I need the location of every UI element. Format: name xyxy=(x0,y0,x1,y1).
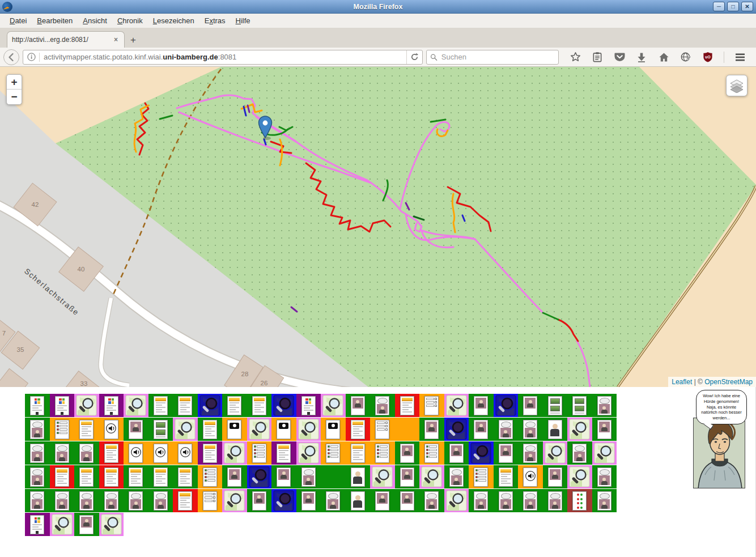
bookmark-star-icon[interactable] xyxy=(569,51,581,63)
activity-thumbnail-doc[interactable] xyxy=(148,465,173,488)
activity-thumbnail-bubble[interactable] xyxy=(543,489,568,512)
menu-bearbeiten[interactable]: Bearbeiten xyxy=(32,14,78,27)
activity-thumbnail-person[interactable] xyxy=(395,441,420,465)
site-info-icon[interactable] xyxy=(23,53,39,61)
activity-thumbnail-doc[interactable] xyxy=(99,465,124,488)
activity-thumbnail-doc[interactable] xyxy=(395,394,420,417)
menu-extras[interactable]: Extras xyxy=(199,14,231,27)
activity-thumbnail-speaker[interactable] xyxy=(124,441,148,465)
activity-thumbnail-portrait[interactable] xyxy=(543,418,568,441)
activity-thumbnail-form[interactable] xyxy=(419,394,444,417)
search-input[interactable] xyxy=(440,52,555,62)
activity-thumbnail-bubble[interactable] xyxy=(494,489,519,512)
activity-thumbnail-doc[interactable] xyxy=(148,394,173,417)
activity-thumbnail-bubble[interactable] xyxy=(592,394,617,417)
activity-thumbnail-bubble[interactable] xyxy=(25,418,50,441)
ublock-shield-icon[interactable]: uO xyxy=(702,51,714,63)
activity-thumbnail-bubble[interactable] xyxy=(50,441,75,465)
activity-thumbnail-map[interactable] xyxy=(321,394,346,417)
activity-thumbnail-person[interactable] xyxy=(543,465,568,488)
activity-thumbnail-map[interactable] xyxy=(247,418,272,441)
activity-thumbnail-bubble[interactable] xyxy=(124,489,148,512)
menu-hamburger-icon[interactable] xyxy=(734,51,746,63)
bookmarks-clipboard-icon[interactable] xyxy=(591,51,604,63)
activity-thumbnail-person[interactable] xyxy=(74,513,99,536)
new-tab-button[interactable]: + xyxy=(125,33,142,48)
back-button[interactable] xyxy=(3,49,19,65)
activity-thumbnail-bubble[interactable] xyxy=(518,418,543,441)
activity-thumbnail-doc[interactable] xyxy=(50,465,75,488)
activity-thumbnail-form[interactable] xyxy=(198,489,223,512)
activity-thumbnail-person[interactable] xyxy=(296,489,321,512)
url-bar[interactable]: activitymapper.static.potato.kinf.wiai.u… xyxy=(23,50,423,65)
activity-thumbnail-person[interactable] xyxy=(419,418,444,441)
activity-thumbnail-person[interactable] xyxy=(518,394,543,417)
activity-thumbnail-empty[interactable] xyxy=(395,418,420,441)
activity-thumbnail-bubble[interactable] xyxy=(74,489,99,512)
activity-thumbnail-bubble[interactable] xyxy=(419,489,444,512)
activity-thumbnail-person[interactable] xyxy=(124,418,148,441)
activity-thumbnail-person[interactable] xyxy=(346,394,371,417)
activity-thumbnail-doc[interactable] xyxy=(99,441,124,465)
activity-thumbnail-person[interactable] xyxy=(444,441,469,465)
activity-thumbnail-bubble[interactable] xyxy=(74,441,99,465)
activity-thumbnail-doc[interactable] xyxy=(173,394,198,417)
activity-thumbnail-map[interactable] xyxy=(222,441,247,465)
activity-thumbnail-windoc[interactable] xyxy=(25,513,50,536)
activity-thumbnail-mapdark[interactable] xyxy=(198,394,223,417)
activity-thumbnail-doc[interactable] xyxy=(173,489,198,512)
activity-thumbnail-bubble[interactable] xyxy=(148,489,173,512)
activity-thumbnail-windoc[interactable] xyxy=(50,394,75,417)
activity-thumbnail-bubble[interactable] xyxy=(469,489,494,512)
activity-thumbnail-person[interactable] xyxy=(494,441,519,465)
downloads-icon[interactable] xyxy=(635,51,648,63)
layers-control[interactable] xyxy=(726,75,747,96)
activity-thumbnail-speaker[interactable] xyxy=(173,441,198,465)
activity-thumbnail-doc[interactable] xyxy=(494,465,519,488)
activity-thumbnail-person[interactable] xyxy=(395,489,420,512)
activity-thumbnail-person[interactable] xyxy=(247,489,272,512)
activity-thumbnail-bubble[interactable] xyxy=(25,465,50,488)
activity-thumbnail-map[interactable] xyxy=(50,513,75,536)
menu-chronik[interactable]: Chronik xyxy=(112,14,148,27)
activity-thumbnail-portrait[interactable] xyxy=(346,465,371,488)
activity-thumbnail-bubble[interactable] xyxy=(296,465,321,488)
zoom-in-button[interactable]: + xyxy=(7,75,22,90)
activity-thumbnail-form[interactable] xyxy=(370,418,395,441)
zoom-out-button[interactable]: − xyxy=(7,90,22,104)
activity-thumbnail-bubble[interactable] xyxy=(592,465,617,488)
activity-thumbnail-map[interactable] xyxy=(296,418,321,441)
activity-thumbnail-doc[interactable] xyxy=(222,394,247,417)
globe-edit-addon-icon[interactable] xyxy=(679,51,692,63)
activity-thumbnail-map[interactable] xyxy=(444,394,469,417)
activity-thumbnail-bubble[interactable] xyxy=(567,441,592,465)
pocket-icon[interactable] xyxy=(613,51,626,63)
activity-thumbnail-person[interactable] xyxy=(469,394,494,417)
activity-thumbnail-bubble[interactable] xyxy=(25,441,50,465)
activity-thumbnail-mapdark[interactable] xyxy=(469,441,494,465)
menu-datei[interactable]: Datei xyxy=(5,14,32,27)
activity-thumbnail-map[interactable] xyxy=(99,513,124,536)
activity-thumbnail-person[interactable] xyxy=(469,418,494,441)
activity-thumbnail-iconlist[interactable] xyxy=(567,489,592,512)
activity-thumbnail-bubble[interactable] xyxy=(370,394,395,417)
browser-tab[interactable]: http://activi...erg.de:8081/ × xyxy=(7,31,125,48)
activity-thumbnail-doc[interactable] xyxy=(74,418,99,441)
activity-thumbnail-bubble[interactable] xyxy=(99,489,124,512)
activity-thumbnail-map[interactable] xyxy=(567,418,592,441)
activity-thumbnail-camera[interactable] xyxy=(321,418,346,441)
activity-thumbnail-mapdark[interactable] xyxy=(271,489,296,512)
activity-thumbnail-bubble[interactable] xyxy=(444,465,469,488)
activity-thumbnail-bubble[interactable] xyxy=(518,489,543,512)
activity-thumbnail-doc[interactable] xyxy=(346,441,371,465)
menu-lesezeichen[interactable]: Lesezeichen xyxy=(148,14,199,27)
activity-thumbnail-bubble[interactable] xyxy=(321,489,346,512)
activity-thumbnail-checklist[interactable] xyxy=(50,418,75,441)
activity-thumbnail-map[interactable] xyxy=(419,465,444,488)
activity-thumbnail-bubble[interactable] xyxy=(50,489,75,512)
activity-thumbnail-map[interactable] xyxy=(567,465,592,488)
activity-thumbnail-person[interactable] xyxy=(395,465,420,488)
activity-thumbnail-doc[interactable] xyxy=(173,465,198,488)
activity-thumbnail-checklist[interactable] xyxy=(370,441,395,465)
activity-thumbnail-person[interactable] xyxy=(271,465,296,488)
